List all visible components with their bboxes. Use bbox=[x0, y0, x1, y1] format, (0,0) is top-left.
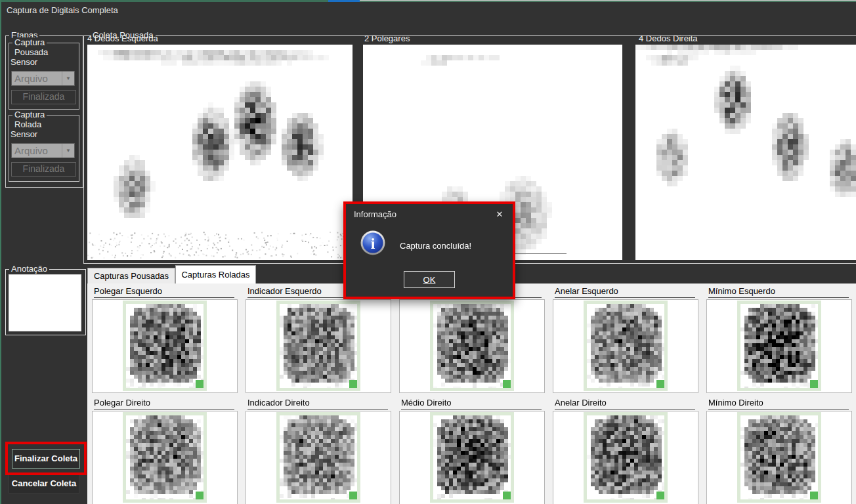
finger-label: Mínimo Esquerdo bbox=[708, 286, 849, 298]
window-title: Captura de Digitais Completa bbox=[7, 5, 118, 15]
capture-image-box bbox=[92, 299, 238, 393]
cancelar-coleta-button[interactable]: Cancelar Coleta bbox=[9, 473, 79, 494]
rolled-fingerprint-image bbox=[126, 415, 203, 499]
capture-cell: Mínimo Direito bbox=[702, 398, 855, 504]
sensor-label: Sensor bbox=[11, 129, 37, 139]
capture-panel-left-fingers bbox=[87, 45, 353, 260]
chevron-down-icon: ▼ bbox=[62, 72, 74, 85]
capture-image-box bbox=[399, 299, 545, 393]
capture-ok-indicator bbox=[503, 492, 511, 499]
finger-label: Polegar Direito bbox=[94, 398, 234, 410]
finger-label: Mínimo Direito bbox=[708, 398, 849, 410]
capture-ok-indicator bbox=[656, 380, 664, 388]
information-dialog: Informação ✕ i Captura concluída! OK bbox=[343, 201, 515, 299]
ok-button[interactable]: OK bbox=[404, 271, 455, 288]
finalizar-highlight-box: Finalizar Coleta bbox=[5, 442, 87, 475]
rolled-fingerprint-image bbox=[433, 415, 511, 499]
sensor-dropdown-rolada[interactable]: Arquivo ▼ bbox=[11, 143, 75, 158]
sensor-dropdown-pousada[interactable]: Arquivo ▼ bbox=[11, 71, 75, 86]
info-icon: i bbox=[360, 230, 385, 255]
tab-capturas-roladas[interactable]: Capturas Roladas bbox=[175, 265, 256, 284]
finger-label: Médio Direito bbox=[401, 398, 542, 410]
dialog-title: Informação bbox=[354, 209, 396, 219]
capture-frame bbox=[584, 412, 668, 503]
panel-label-4-dedos-esquerda: 4 Dedos Esquerda bbox=[87, 33, 158, 43]
rolled-fingerprint-image bbox=[587, 304, 664, 388]
finalizada-button-pousada[interactable]: Finalizada bbox=[11, 90, 76, 104]
finalizada-button-rolada[interactable]: Finalizada bbox=[11, 162, 76, 177]
anotacao-group-title: Anotação bbox=[9, 264, 49, 274]
window-top-border-teal bbox=[0, 0, 328, 2]
window-top-border-right bbox=[360, 0, 856, 2]
rolled-fingerprint-image bbox=[280, 304, 357, 388]
etapas-group: Etapas Captura Pousada Sensor Arquivo ▼ … bbox=[5, 35, 83, 188]
close-icon[interactable]: ✕ bbox=[489, 206, 510, 222]
capture-cell: Médio Esquerdo bbox=[395, 286, 548, 393]
finger-label: Polegar Esquerdo bbox=[94, 286, 234, 298]
panel-label-2-polegares: 2 Polegares bbox=[364, 33, 410, 43]
fingerprint-image-left-fingers bbox=[87, 45, 353, 260]
chevron-down-icon: ▼ bbox=[62, 144, 74, 158]
capture-cell: Indicador Esquerdo bbox=[241, 286, 395, 393]
capture-frame bbox=[430, 412, 514, 503]
capture-image-box bbox=[706, 299, 852, 393]
tab-capturas-pousadas[interactable]: Capturas Pousadas bbox=[87, 268, 175, 284]
finger-label: Indicador Direito bbox=[247, 398, 388, 410]
capture-image-box bbox=[92, 411, 238, 504]
capture-image-box bbox=[706, 411, 852, 504]
capture-cell: Médio Direito bbox=[395, 398, 548, 504]
captura-pousada-title-line2: Pousada bbox=[14, 47, 48, 57]
rolled-fingerprint-image bbox=[280, 415, 357, 499]
sensor-dropdown-rolada-value: Arquivo bbox=[14, 145, 48, 156]
window-left-border bbox=[0, 0, 1, 504]
capture-cell: Polegar Direito bbox=[87, 398, 241, 504]
panel-label-4-dedos-direita: 4 Dedos Direita bbox=[639, 33, 698, 43]
capture-ok-indicator bbox=[196, 492, 203, 499]
capture-cell: Mínimo Esquerdo bbox=[702, 286, 855, 393]
capture-cell: Anelar Esquerdo bbox=[548, 286, 702, 393]
capture-frame bbox=[737, 412, 821, 503]
capture-panel-right-fingers bbox=[635, 45, 856, 260]
window-top-border-blue bbox=[328, 0, 360, 2]
fingerprint-image-right-fingers bbox=[635, 45, 856, 260]
annotation-textarea[interactable] bbox=[9, 274, 81, 331]
capture-ok-indicator bbox=[196, 380, 203, 388]
rolled-fingerprint-image bbox=[740, 304, 818, 388]
finger-label: Anelar Esquerdo bbox=[555, 286, 695, 298]
capture-image-box bbox=[246, 411, 391, 504]
finger-label: Anelar Direito bbox=[555, 398, 695, 410]
rolled-fingerprint-image bbox=[433, 304, 511, 388]
capture-image-box bbox=[246, 299, 391, 393]
capture-ok-indicator bbox=[810, 380, 818, 388]
svg-text:i: i bbox=[371, 235, 375, 252]
anotacao-group: Anotação bbox=[5, 269, 86, 335]
capture-ok-indicator bbox=[656, 492, 664, 499]
capture-frame bbox=[430, 301, 514, 391]
capture-frame bbox=[584, 301, 668, 391]
capture-image-box bbox=[553, 411, 698, 504]
rolled-fingerprint-image bbox=[587, 415, 664, 499]
capture-ok-indicator bbox=[349, 492, 357, 499]
capture-frame bbox=[123, 301, 207, 391]
capture-image-box bbox=[553, 299, 698, 393]
finalizar-coleta-button[interactable]: Finalizar Coleta bbox=[12, 449, 80, 469]
sensor-dropdown-pousada-value: Arquivo bbox=[14, 73, 48, 84]
captura-pousada-title: Captura bbox=[12, 37, 47, 47]
capture-frame bbox=[276, 412, 360, 503]
captura-rolada-title: Captura bbox=[12, 110, 47, 119]
rolled-fingerprint-image bbox=[740, 415, 818, 499]
capture-image-box bbox=[399, 411, 545, 504]
capture-cell: Polegar Esquerdo bbox=[87, 286, 241, 393]
dialog-message: Captura concluída! bbox=[400, 241, 471, 251]
captura-rolada-group: Captura Rolada Sensor Arquivo ▼ Finaliza… bbox=[9, 115, 79, 182]
capture-cell: Anelar Direito bbox=[548, 398, 702, 504]
capture-ok-indicator bbox=[503, 380, 511, 388]
application-window: Captura de Digitais Completa Etapas Capt… bbox=[0, 0, 856, 504]
capture-frame bbox=[276, 301, 360, 391]
capture-ok-indicator bbox=[349, 380, 357, 388]
rolled-captures-panel: Polegar Esquerdo Indicador Esquerdo bbox=[87, 284, 856, 504]
captura-pousada-group: Captura Pousada Sensor Arquivo ▼ Finaliz… bbox=[9, 43, 79, 110]
captura-rolada-title-line2: Rolada bbox=[14, 119, 41, 129]
capture-frame bbox=[737, 301, 821, 391]
capture-ok-indicator bbox=[810, 492, 818, 499]
